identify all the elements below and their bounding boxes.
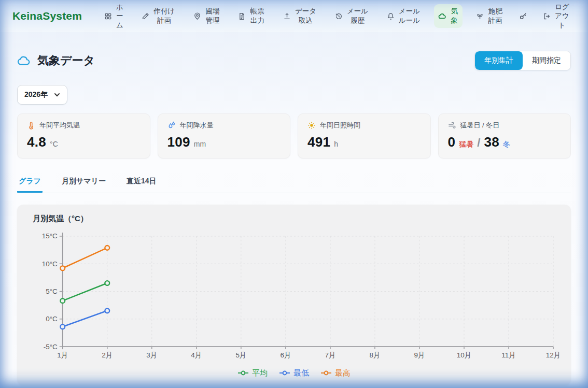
- tab-monthly-summary[interactable]: 月別サマリー: [60, 172, 107, 193]
- legend-item-max[interactable]: 最高: [320, 368, 351, 378]
- nav-item-mail-rules[interactable]: メールルール: [383, 4, 425, 27]
- period-select-button[interactable]: 期間指定: [523, 51, 570, 70]
- legend-label: 最高: [335, 368, 351, 378]
- nav-label: ホーム: [116, 3, 124, 30]
- stat-label: 年間降水量: [180, 121, 214, 130]
- nav-label: メールルール: [398, 7, 421, 25]
- year-select[interactable]: 2026年: [17, 85, 67, 105]
- svg-text:5月: 5月: [235, 351, 246, 359]
- chevron-down-icon: [54, 92, 60, 98]
- view-toggle: 年別集計 期間指定: [474, 51, 571, 70]
- nav-item-report-output[interactable]: 帳票出力: [234, 4, 269, 27]
- nav-item-fertilization-plan[interactable]: 施肥計画: [472, 4, 507, 27]
- api-key-button[interactable]: [517, 10, 529, 22]
- page-header: 気象データ 年別集計 期間指定: [17, 51, 571, 70]
- svg-text:3月: 3月: [146, 351, 157, 359]
- line-marker-icon: [320, 370, 332, 376]
- logout-icon: [543, 12, 551, 20]
- legend-item-avg[interactable]: 平均: [237, 368, 268, 378]
- stat-unit: °C: [50, 140, 58, 148]
- nav-item-weather[interactable]: 気象: [434, 4, 463, 27]
- svg-text:4月: 4月: [191, 351, 202, 359]
- nav-item-planting-plan[interactable]: 作付け計画: [137, 4, 180, 27]
- svg-text:-5°C: -5°C: [44, 343, 58, 351]
- document-icon: [238, 12, 246, 20]
- svg-text:9月: 9月: [414, 351, 425, 359]
- hot-days-label: 猛暑: [459, 140, 473, 149]
- stat-unit: mm: [194, 140, 206, 148]
- nav-label: ログアウト: [554, 3, 570, 30]
- stat-unit: h: [334, 140, 338, 148]
- svg-text:15°C: 15°C: [42, 232, 58, 240]
- svg-text:12月: 12月: [546, 351, 561, 359]
- sun-icon: [307, 121, 316, 130]
- svg-text:8月: 8月: [369, 351, 380, 359]
- nav-label: 気象: [450, 7, 458, 25]
- nav-item-logout[interactable]: ログアウト: [539, 0, 574, 32]
- card-extreme-days: 猛暑日 / 冬日 0 猛暑 / 38 冬: [438, 113, 571, 159]
- chart-title: 月別気温（°C）: [25, 214, 563, 224]
- nav-label: 圃場管理: [205, 7, 220, 25]
- chart-legend: 平均 最低 最高: [25, 368, 563, 378]
- nav-label: 帳票出力: [249, 7, 265, 25]
- droplets-icon: [167, 121, 176, 130]
- svg-text:5°C: 5°C: [46, 288, 58, 295]
- yearly-summary-button[interactable]: 年別集計: [475, 51, 523, 70]
- winter-days-value: 38: [484, 134, 499, 150]
- card-precipitation: 年間降水量 109 mm: [158, 113, 291, 159]
- nav-label: メール履歴: [346, 7, 369, 25]
- cloud-icon: [438, 12, 446, 20]
- svg-text:7月: 7月: [325, 351, 335, 359]
- tab-last-14-days[interactable]: 直近14日: [125, 172, 158, 193]
- wind-icon: [448, 121, 456, 130]
- map-pin-icon: [193, 12, 201, 20]
- stat-value: 4.8: [27, 134, 46, 150]
- upload-icon: [283, 12, 291, 20]
- key-icon: [519, 12, 527, 20]
- svg-text:10月: 10月: [457, 351, 471, 359]
- nav-item-data-import[interactable]: データ取込: [279, 4, 321, 27]
- svg-text:11月: 11月: [501, 351, 515, 359]
- history-icon: [335, 12, 343, 20]
- chart-card: 月別気温（°C） -5°C0°C5°C10°C15°C1月2月3月4月5月6月7…: [17, 205, 571, 385]
- stat-value: 491: [307, 134, 330, 150]
- line-marker-icon: [237, 370, 249, 376]
- svg-text:0°C: 0°C: [46, 315, 58, 323]
- line-marker-icon: [279, 370, 290, 376]
- page-title: 気象データ: [37, 53, 95, 68]
- nav-label: 作付け計画: [153, 7, 176, 25]
- thermometer-icon: [27, 121, 35, 130]
- year-select-value: 2026年: [24, 90, 48, 99]
- bell-icon: [387, 12, 395, 20]
- app-logo[interactable]: KeinaSystem: [12, 10, 82, 22]
- stat-label: 年間平均気温: [39, 121, 80, 130]
- svg-text:10°C: 10°C: [42, 260, 58, 268]
- stat-cards: 年間平均気温 4.8 °C 年間降水量 109 mm: [17, 113, 571, 159]
- legend-label: 最低: [293, 368, 309, 378]
- tab-graph[interactable]: グラフ: [17, 172, 43, 193]
- svg-text:6月: 6月: [280, 351, 291, 359]
- hot-days-value: 0: [448, 134, 456, 150]
- nav-label: データ取込: [295, 7, 317, 25]
- legend-item-min[interactable]: 最低: [279, 368, 309, 378]
- nav-items: ホーム 作付け計画 圃場管理 帳票出力 データ取込: [95, 0, 579, 32]
- content-tabs: グラフ 月別サマリー 直近14日: [17, 172, 571, 193]
- stat-value: 109: [167, 134, 190, 150]
- stat-label: 猛暑日 / 冬日: [460, 121, 500, 130]
- nav-item-mail-history[interactable]: メール履歴: [331, 4, 373, 27]
- svg-text:2月: 2月: [102, 351, 113, 359]
- nav-item-home[interactable]: ホーム: [100, 0, 128, 32]
- top-navbar: KeinaSystem ホーム 作付け計画 圃場管理 帳票出力: [0, 0, 588, 32]
- stat-label: 年間日照時間: [320, 121, 360, 130]
- chart-area: -5°C0°C5°C10°C15°C1月2月3月4月5月6月7月8月9月10月1…: [25, 229, 563, 367]
- main-content: 気象データ 年別集計 期間指定 2026年 年間平均気温 4.8 °C: [0, 51, 588, 385]
- svg-text:1月: 1月: [57, 351, 68, 359]
- legend-label: 平均: [252, 368, 268, 378]
- pencil-icon: [142, 12, 149, 20]
- monthly-temperature-chart: -5°C0°C5°C10°C15°C1月2月3月4月5月6月7月8月9月10月1…: [25, 229, 563, 367]
- card-avg-temperature: 年間平均気温 4.8 °C: [17, 113, 150, 159]
- sprout-icon: [476, 12, 484, 20]
- card-sunshine-hours: 年間日照時間 491 h: [298, 113, 431, 159]
- nav-item-field-management[interactable]: 圃場管理: [189, 4, 225, 27]
- winter-days-label: 冬: [503, 140, 510, 149]
